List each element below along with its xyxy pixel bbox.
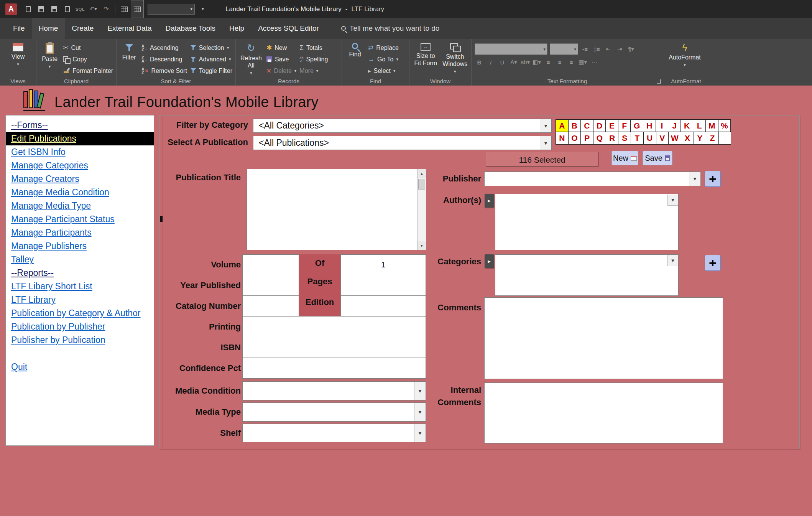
sidebar-item-manage-categories[interactable]: Manage Categories [6,159,154,172]
filter-letter-P[interactable]: P [581,132,593,144]
sidebar-item-publication-by-category-author[interactable]: Publication by Category & Author [6,307,154,320]
sidebar-item-get-isbn-info[interactable]: Get ISBN Info [6,145,154,159]
descending-button[interactable]: ZA↓ Descending [141,54,187,64]
media-condition-combobox[interactable]: ▾ [242,381,426,401]
indent-increase-button[interactable]: ⇥ [615,44,624,54]
italic-button[interactable]: I [486,57,495,67]
filter-letter-X[interactable]: X [681,132,694,144]
scroll-down-icon[interactable]: ▼ [418,241,426,250]
filter-letter-Q[interactable]: Q [593,132,606,144]
filter-letter-T[interactable]: T [631,132,644,144]
catalog-number-field[interactable] [242,295,299,317]
text-direction-button[interactable]: ¶▾ [626,44,636,54]
save-record-button[interactable]: Save [266,54,296,64]
pages-field[interactable] [340,275,426,296]
chevron-down-icon[interactable]: ▾ [667,255,678,266]
open-button[interactable] [35,0,48,18]
font-color-button[interactable]: A▾ [509,57,518,67]
paste-button[interactable]: Paste ▾ [39,41,60,76]
tell-me-search[interactable]: Tell me what you want to do [341,18,439,39]
filter-letter-H[interactable]: H [643,120,656,132]
more-formatting-button[interactable]: ⋯ [590,57,599,67]
filter-letter-L[interactable]: L [693,120,706,132]
filter-letter-W[interactable]: W [669,132,681,144]
underline-button[interactable]: U [498,57,507,67]
filter-letter-B[interactable]: B [569,120,581,132]
filter-letter-Y[interactable]: Y [694,132,707,144]
list-numbering-button[interactable]: 1≡ [592,44,601,54]
media-type-combobox[interactable]: ▾ [242,402,426,422]
save-button-qat[interactable] [48,0,61,18]
sidebar-item-reports[interactable]: --Reports-- [6,266,154,280]
shelf-combobox[interactable]: ▾ [242,424,426,442]
view-button[interactable]: View ▾ [3,41,33,76]
advanced-button[interactable]: Advanced ▾ [190,54,232,64]
filter-letter-G[interactable]: G [631,120,643,132]
find-button[interactable]: Find [345,41,365,76]
filter-letter-U[interactable]: U [644,132,656,144]
save-publication-button[interactable]: Save [643,151,672,165]
categories-listbox[interactable]: ▾ [495,254,679,296]
tab-home[interactable]: Home [32,18,65,39]
design-button[interactable] [61,0,74,18]
sidebar-item-talley[interactable]: Talley [6,253,154,266]
sidebar-item-manage-creators[interactable]: Manage Creators [6,172,154,186]
sidebar-item-publisher-by-publication[interactable]: Publisher by Publication [6,333,154,347]
sidebar-item-manage-media-condition[interactable]: Manage Media Condition [6,186,154,199]
tab-help[interactable]: Help [222,18,251,39]
internal-comments-field[interactable] [484,382,723,443]
datasheet-view-button[interactable] [118,0,131,18]
totals-button[interactable]: Σ Totals [299,43,328,53]
filter-letter-D[interactable]: D [593,120,606,132]
volume-field[interactable] [242,254,299,275]
remove-sort-button[interactable]: AZ✕ Remove Sort [141,66,187,76]
filter-letter-A[interactable]: A [556,120,569,132]
sidebar-item-manage-media-type[interactable]: Manage Media Type [6,199,154,213]
authors-listbox[interactable]: ▾ [495,194,679,250]
filter-letter-S[interactable]: S [618,132,631,144]
chevron-down-icon[interactable]: ▾ [414,382,426,400]
align-center-button[interactable]: ≡ [555,57,564,67]
ascending-button[interactable]: AZ↓ Ascending [141,43,187,53]
select-a-publication-combobox[interactable]: <All Publications> ▾ [253,136,552,150]
chevron-down-icon[interactable]: ▾ [540,119,551,132]
toggle-filter-button[interactable]: Toggle Filter [190,66,232,76]
indent-decrease-button[interactable]: ⇤ [603,44,613,54]
align-right-button[interactable]: ≡ [567,57,576,67]
authors-goto-button[interactable]: ▸ [485,194,494,208]
chevron-down-icon[interactable]: ▾ [667,195,678,206]
filter-letter-C[interactable]: C [581,120,593,132]
format-painter-button[interactable]: Format Painter [63,66,113,76]
gridlines-button[interactable]: ▦▾ [578,57,587,67]
sidebar-item-publication-by-publisher[interactable]: Publication by Publisher [6,320,154,333]
filter-letter-N[interactable]: N [556,132,569,144]
filter-button[interactable]: Filter [120,41,138,76]
isbn-field[interactable] [242,337,426,358]
background-color-button[interactable]: ◧▾ [532,57,541,67]
go-to-button[interactable]: → Go To ▾ [368,54,399,64]
copy-button[interactable]: Copy [63,54,113,64]
qat-customize-button[interactable]: ▾ [196,0,209,18]
new-record-button[interactable]: ✱ New [266,43,296,53]
chevron-down-icon[interactable]: ▾ [414,424,426,442]
align-left-button[interactable]: ≡ [544,57,553,67]
filter-letter-F[interactable]: F [618,120,631,132]
filter-by-category-combobox[interactable]: <All Categories> ▾ [253,119,552,133]
tab-database-tools[interactable]: Database Tools [158,18,222,39]
switch-windows-button[interactable]: Switch Windows ▾ [442,41,468,76]
size-to-fit-form-button[interactable]: ↔ Size to Fit Form [413,41,439,76]
undo-button[interactable]: ↶▾ [87,0,100,18]
filter-letter-I[interactable]: I [656,120,669,132]
list-bullets-button[interactable]: •≡ [580,44,590,54]
font-name-combobox[interactable]: ▾ [475,43,547,55]
add-publisher-button[interactable]: + [705,171,721,187]
replace-button[interactable]: ⇄ Replace [368,43,399,53]
autoformat-button[interactable]: ϟ AutoFormat ▾ [666,41,703,76]
comments-field[interactable] [484,297,723,379]
filter-letter-E[interactable]: E [606,120,618,132]
chevron-down-icon[interactable]: ▾ [689,172,700,186]
tab-access-sql-editor[interactable]: Access SQL Editor [251,18,326,39]
sidebar-item-ltf-library[interactable]: LTF Library [6,293,154,307]
filter-letter-J[interactable]: J [668,120,681,132]
chevron-down-icon[interactable]: ▾ [414,403,426,421]
